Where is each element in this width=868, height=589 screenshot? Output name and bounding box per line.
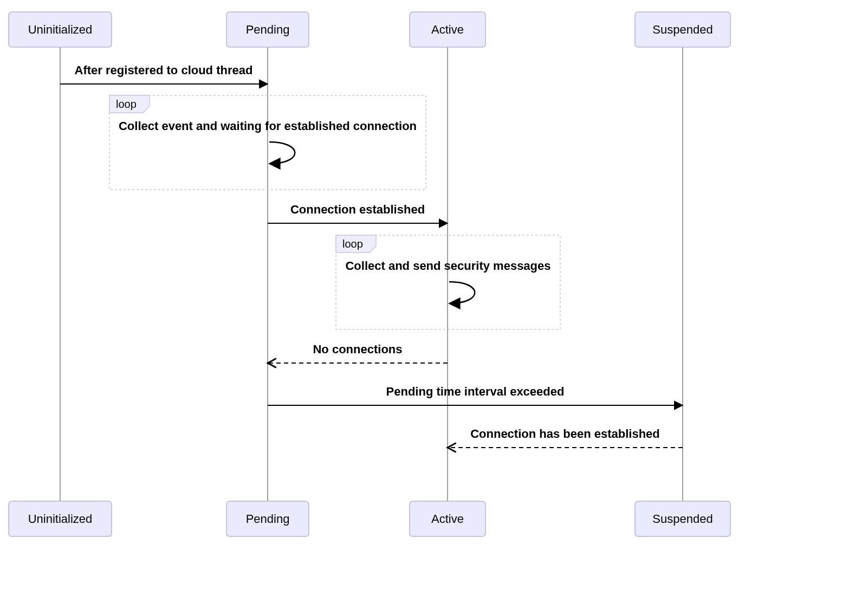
participant-uninitialized-top: Uninitialized: [9, 12, 112, 47]
participant-label: Pending: [246, 512, 290, 526]
participant-label: Active: [431, 512, 464, 526]
loop-tag-label: loop: [342, 238, 363, 250]
message-label: Pending time interval exceeded: [386, 385, 565, 398]
participant-active-bottom: Active: [410, 501, 485, 536]
participant-label: Suspended: [652, 23, 712, 36]
message-label: After registered to cloud thread: [75, 63, 253, 77]
participant-pending-top: Pending: [226, 12, 309, 47]
loop-send-security: loop Collect and send security messages: [336, 235, 560, 329]
participant-label: Uninitialized: [28, 512, 93, 526]
participant-label: Pending: [246, 23, 290, 36]
loop-desc-label: Collect event and waiting for establishe…: [119, 119, 417, 133]
participant-label: Uninitialized: [28, 23, 93, 36]
self-message-pending: [269, 142, 295, 164]
participant-pending-bottom: Pending: [226, 501, 309, 536]
loop-desc-label: Collect and send security messages: [345, 259, 550, 273]
message-label: Connection established: [290, 203, 425, 216]
participant-label: Active: [431, 23, 464, 36]
self-message-active: [449, 282, 475, 303]
participant-suspended-top: Suspended: [635, 12, 730, 47]
message-label: Connection has been established: [470, 427, 660, 441]
message-label: No connections: [313, 342, 402, 356]
participant-suspended-bottom: Suspended: [635, 501, 730, 536]
participant-active-top: Active: [410, 12, 485, 47]
loop-tag-label: loop: [116, 98, 137, 110]
participant-uninitialized-bottom: Uninitialized: [9, 501, 112, 536]
participant-label: Suspended: [652, 512, 712, 526]
